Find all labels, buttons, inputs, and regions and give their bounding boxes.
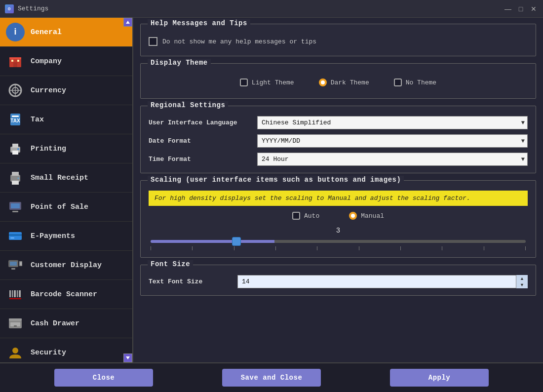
- light-theme-radio[interactable]: [240, 78, 248, 86]
- font-panel-content: Text Font Size ▲ ▼: [149, 275, 528, 288]
- time-format-select[interactable]: 24 Hour 12 Hour: [257, 153, 528, 166]
- scaling-panel-title: Scaling (user interface items such as bu…: [148, 176, 404, 184]
- svg-rect-35: [14, 290, 16, 297]
- manual-scale-radio[interactable]: [349, 212, 357, 220]
- scaling-slider[interactable]: [151, 240, 526, 243]
- sidebar-label-currency: Currency: [31, 86, 66, 95]
- font-size-panel: Font Size Text Font Size ▲ ▼: [140, 265, 536, 296]
- dark-theme-radio[interactable]: [319, 78, 327, 86]
- sidebar-item-currency[interactable]: Currency: [0, 76, 132, 105]
- bottom-bar: Close Save and Close Apply: [0, 362, 543, 392]
- light-theme-label: Light Theme: [252, 79, 294, 86]
- save-and-close-button[interactable]: Save and Close: [222, 369, 321, 387]
- sidebar-scroll-bottom[interactable]: [123, 353, 132, 362]
- sidebar-item-tax[interactable]: TAX Tax: [0, 105, 132, 134]
- general-icon: i: [6, 23, 25, 41]
- tick: [359, 246, 359, 250]
- svg-rect-41: [14, 325, 17, 327]
- sidebar-item-company[interactable]: Company: [0, 47, 132, 76]
- slider-ticks: [151, 246, 526, 250]
- barcode-scanner-icon: [6, 285, 25, 304]
- sidebar-item-small-receipt[interactable]: Small Receipt: [0, 163, 132, 193]
- svg-rect-27: [10, 237, 14, 238]
- sidebar-item-barcode-scanner[interactable]: Barcode Scanner: [0, 280, 132, 309]
- language-row: User Interface Language Chinese Simplifi…: [149, 116, 528, 129]
- pos-icon: [6, 197, 25, 216]
- sidebar-item-point-of-sale[interactable]: Point of Sale: [0, 193, 132, 222]
- font-size-decrement[interactable]: ▼: [516, 282, 528, 289]
- auto-scale-option[interactable]: Auto: [292, 212, 319, 220]
- date-format-select[interactable]: YYYY/MM/DD MM/DD/YYYY DD/MM/YYYY: [257, 134, 528, 148]
- svg-rect-36: [17, 290, 18, 297]
- svg-rect-30: [11, 268, 15, 270]
- sidebar-scroll[interactable]: i General Company: [0, 18, 132, 362]
- sidebar: i General Company: [0, 18, 133, 362]
- svg-rect-5: [11, 60, 13, 62]
- svg-rect-37: [19, 290, 21, 297]
- help-messages-panel: Help Messages and Tips Do not show me an…: [140, 24, 536, 56]
- sidebar-item-printing[interactable]: Printing: [0, 134, 132, 163]
- small-receipt-icon: [6, 168, 25, 187]
- help-messages-checkbox[interactable]: [149, 37, 157, 46]
- tax-icon: TAX: [6, 110, 25, 129]
- svg-marker-45: [126, 356, 130, 359]
- sidebar-item-epayments[interactable]: E-Payments: [0, 222, 132, 251]
- no-theme-option[interactable]: No Theme: [394, 78, 436, 86]
- svg-text:TAX: TAX: [10, 118, 20, 123]
- theme-panel-title: Display Theme: [148, 59, 211, 67]
- svg-rect-29: [10, 262, 17, 266]
- sidebar-item-general[interactable]: i General: [0, 18, 132, 47]
- svg-rect-24: [12, 211, 18, 212]
- sidebar-item-security[interactable]: Security: [0, 338, 132, 362]
- apply-button[interactable]: Apply: [390, 369, 489, 387]
- font-size-input[interactable]: [237, 275, 528, 288]
- date-format-select-wrapper: YYYY/MM/DD MM/DD/YYYY DD/MM/YYYY ▼: [257, 134, 528, 148]
- font-size-input-wrapper: ▲ ▼: [237, 275, 528, 288]
- sidebar-label-cash-drawer: Cash Drawer: [31, 319, 79, 328]
- epayments-icon: [6, 227, 25, 245]
- sidebar-label-tax: Tax: [31, 116, 44, 124]
- svg-rect-15: [12, 144, 18, 148]
- titlebar-left: ⚙ Settings: [5, 4, 48, 13]
- dark-theme-option[interactable]: Dark Theme: [319, 78, 369, 86]
- sidebar-item-cash-drawer[interactable]: Cash Drawer: [0, 309, 132, 338]
- font-size-increment[interactable]: ▲: [516, 275, 528, 282]
- auto-scale-radio[interactable]: [292, 212, 300, 220]
- svg-rect-23: [11, 203, 20, 208]
- svg-rect-6: [17, 60, 19, 62]
- date-format-label: Date Format: [149, 137, 257, 145]
- sidebar-label-epayments: E-Payments: [31, 232, 75, 240]
- sidebar-label-general: General: [31, 28, 62, 37]
- help-row: Do not show me any help messages or tips: [149, 34, 528, 49]
- main-container: i General Company: [0, 18, 543, 362]
- content-area: Help Messages and Tips Do not show me an…: [133, 18, 543, 362]
- scaling-panel-content: For high density displays set the scalin…: [149, 191, 528, 250]
- sidebar-item-customer-display[interactable]: Customer Display: [0, 251, 132, 280]
- tick: [400, 246, 401, 250]
- tick: [151, 246, 151, 250]
- tick: [525, 246, 526, 250]
- cash-drawer-icon: [6, 314, 25, 333]
- time-format-select-wrapper: 24 Hour 12 Hour ▼: [257, 153, 528, 166]
- svg-rect-26: [9, 234, 22, 236]
- svg-rect-3: [13, 62, 17, 67]
- svg-point-43: [12, 348, 18, 353]
- maximize-button[interactable]: □: [516, 4, 525, 13]
- slider-value: 3: [151, 227, 526, 235]
- no-theme-label: No Theme: [406, 79, 436, 86]
- regional-panel-content: User Interface Language Chinese Simplifi…: [149, 116, 528, 166]
- no-theme-radio[interactable]: [394, 78, 402, 86]
- scaling-options: Auto Manual: [149, 212, 528, 220]
- sidebar-label-security: Security: [31, 349, 66, 357]
- font-size-label: Text Font Size: [149, 278, 237, 285]
- language-select[interactable]: Chinese Simplified English Spanish Frenc…: [257, 116, 528, 129]
- close-button[interactable]: Close: [54, 369, 153, 387]
- printing-icon: [6, 139, 25, 158]
- close-window-button[interactable]: ✕: [529, 4, 538, 13]
- sidebar-label-printing: Printing: [31, 145, 66, 153]
- light-theme-option[interactable]: Light Theme: [240, 78, 294, 86]
- manual-scale-option[interactable]: Manual: [349, 212, 384, 220]
- minimize-button[interactable]: —: [504, 4, 512, 13]
- sidebar-scroll-top[interactable]: [123, 18, 132, 27]
- font-size-spinner: ▲ ▼: [516, 275, 528, 288]
